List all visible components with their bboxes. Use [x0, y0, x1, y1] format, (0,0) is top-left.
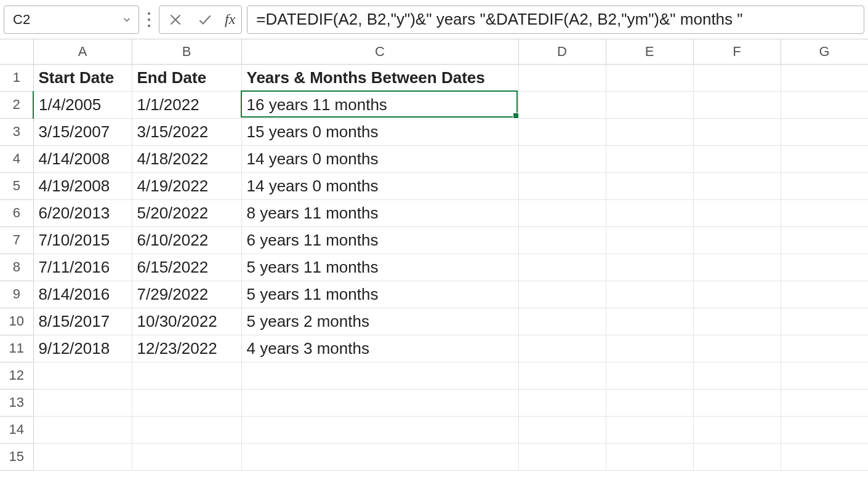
cell-E6[interactable] [606, 199, 693, 226]
cell-F15[interactable] [693, 443, 781, 470]
col-header-D[interactable]: D [518, 39, 606, 64]
cell-A13[interactable] [33, 389, 132, 416]
row-header[interactable]: 14 [0, 416, 33, 443]
cell-G4[interactable] [781, 145, 868, 172]
cell-F10[interactable] [693, 308, 781, 335]
cell-G15[interactable] [781, 443, 868, 470]
cell-E7[interactable] [606, 226, 693, 254]
cell-G10[interactable] [781, 308, 868, 335]
cell-G11[interactable] [781, 335, 868, 362]
col-header-F[interactable]: F [693, 39, 781, 64]
cell-B2[interactable]: 1/1/2022 [132, 91, 241, 118]
cell-A11[interactable]: 9/12/2018 [33, 335, 132, 362]
cell-A9[interactable]: 8/14/2016 [33, 281, 132, 308]
cell-G12[interactable] [781, 362, 868, 389]
row-header[interactable]: 12 [0, 362, 33, 389]
row-header[interactable]: 13 [0, 389, 33, 416]
cell-B10[interactable]: 10/30/2022 [132, 308, 241, 335]
cell-A5[interactable]: 4/19/2008 [33, 172, 132, 199]
cell-E12[interactable] [606, 362, 693, 389]
cell-F9[interactable] [693, 281, 781, 308]
cell-G6[interactable] [781, 199, 868, 226]
cell-E8[interactable] [606, 254, 693, 281]
cell-C1[interactable]: Years & Months Between Dates [241, 64, 518, 91]
cell-A3[interactable]: 3/15/2007 [33, 118, 132, 145]
cell-D3[interactable] [518, 118, 606, 145]
cell-C8[interactable]: 5 years 11 months [241, 254, 518, 281]
cell-F13[interactable] [693, 389, 781, 416]
cell-F11[interactable] [693, 335, 781, 362]
cell-G7[interactable] [781, 226, 868, 254]
cell-A14[interactable] [33, 416, 132, 443]
cell-C15[interactable] [241, 443, 518, 470]
cell-A6[interactable]: 6/20/2013 [33, 199, 132, 226]
cell-C3[interactable]: 15 years 0 months [241, 118, 518, 145]
cell-C4[interactable]: 14 years 0 months [241, 145, 518, 172]
cell-C11[interactable]: 4 years 3 months [241, 335, 518, 362]
fx-icon[interactable]: fx [225, 11, 235, 28]
formula-input[interactable]: =DATEDIF(A2, B2,"y")&" years "&DATEDIF(A… [247, 6, 864, 34]
cell-E9[interactable] [606, 281, 693, 308]
cancel-icon[interactable] [166, 10, 185, 30]
cell-E10[interactable] [606, 308, 693, 335]
cell-D9[interactable] [518, 281, 606, 308]
cell-B14[interactable] [132, 416, 241, 443]
name-box[interactable]: C2 [4, 6, 139, 34]
cell-B9[interactable]: 7/29/2022 [132, 281, 241, 308]
cell-D2[interactable] [518, 91, 606, 118]
cell-E15[interactable] [606, 443, 693, 470]
cell-D5[interactable] [518, 172, 606, 199]
cell-D10[interactable] [518, 308, 606, 335]
cell-D1[interactable] [518, 64, 606, 91]
row-header[interactable]: 7 [0, 226, 33, 254]
cell-E2[interactable] [606, 91, 693, 118]
cell-G3[interactable] [781, 118, 868, 145]
cell-D7[interactable] [518, 226, 606, 254]
cell-F2[interactable] [693, 91, 781, 118]
row-header[interactable]: 10 [0, 308, 33, 335]
cell-G5[interactable] [781, 172, 868, 199]
cell-F12[interactable] [693, 362, 781, 389]
vertical-dots-icon[interactable] [144, 6, 154, 34]
cell-B15[interactable] [132, 443, 241, 470]
cell-B12[interactable] [132, 362, 241, 389]
cell-A4[interactable]: 4/14/2008 [33, 145, 132, 172]
cell-A7[interactable]: 7/10/2015 [33, 226, 132, 254]
cell-D13[interactable] [518, 389, 606, 416]
cell-C13[interactable] [241, 389, 518, 416]
cell-A1[interactable]: Start Date [33, 64, 132, 91]
cell-C9[interactable]: 5 years 11 months [241, 281, 518, 308]
row-header[interactable]: 15 [0, 443, 33, 470]
cell-D15[interactable] [518, 443, 606, 470]
cell-D14[interactable] [518, 416, 606, 443]
cell-C7[interactable]: 6 years 11 months [241, 226, 518, 254]
cell-A8[interactable]: 7/11/2016 [33, 254, 132, 281]
cell-D8[interactable] [518, 254, 606, 281]
row-header[interactable]: 8 [0, 254, 33, 281]
cell-B8[interactable]: 6/15/2022 [132, 254, 241, 281]
cell-C12[interactable] [241, 362, 518, 389]
col-header-A[interactable]: A [33, 39, 132, 64]
cell-F7[interactable] [693, 226, 781, 254]
cell-G14[interactable] [781, 416, 868, 443]
cell-A12[interactable] [33, 362, 132, 389]
row-header[interactable]: 1 [0, 64, 33, 91]
enter-icon[interactable] [195, 10, 215, 30]
cell-F1[interactable] [693, 64, 781, 91]
cell-E11[interactable] [606, 335, 693, 362]
cell-D6[interactable] [518, 199, 606, 226]
cell-F3[interactable] [693, 118, 781, 145]
cell-B4[interactable]: 4/18/2022 [132, 145, 241, 172]
cell-E14[interactable] [606, 416, 693, 443]
cell-E1[interactable] [606, 64, 693, 91]
cell-G1[interactable] [781, 64, 868, 91]
col-header-E[interactable]: E [606, 39, 693, 64]
chevron-down-icon[interactable] [121, 14, 132, 25]
row-header[interactable]: 5 [0, 172, 33, 199]
cell-G13[interactable] [781, 389, 868, 416]
cell-B7[interactable]: 6/10/2022 [132, 226, 241, 254]
cell-B3[interactable]: 3/15/2022 [132, 118, 241, 145]
cell-A2[interactable]: 1/4/2005 [33, 91, 132, 118]
cell-F14[interactable] [693, 416, 781, 443]
cell-F5[interactable] [693, 172, 781, 199]
